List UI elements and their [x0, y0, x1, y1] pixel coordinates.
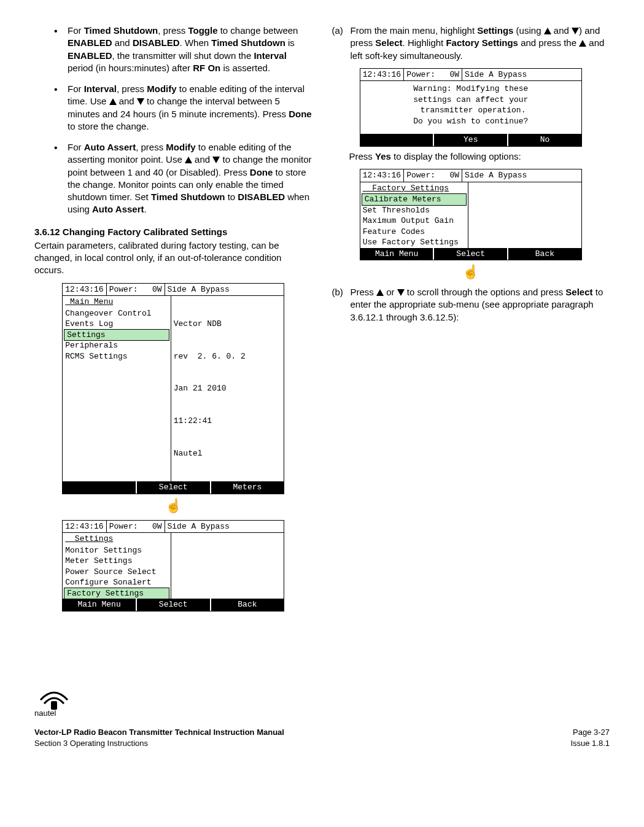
text: to display the following options: — [391, 151, 521, 161]
lcd-power: Power: 0W — [404, 169, 462, 182]
lcd-status: Side A Bypass — [462, 69, 581, 81]
text: to scroll through the options and press — [405, 287, 566, 297]
lcd-time: 12:43:16 — [63, 284, 106, 296]
bold: Yes — [375, 151, 391, 161]
softkey-right: Back — [211, 599, 284, 611]
section-label: Section 3 Operating Instructions — [34, 738, 284, 749]
warning-text: settings can affect your — [364, 95, 578, 106]
info-line: Nautel — [174, 448, 282, 459]
lcd-time: 12:43:16 — [360, 169, 404, 182]
lcd-menu-item: Changeover Control — [63, 308, 171, 319]
softkey-center: Select — [434, 248, 508, 260]
step-a: (a) From the main menu, highlight Settin… — [332, 25, 610, 62]
lcd-status: Side A Bypass — [462, 169, 581, 182]
arrow-down-icon — [572, 28, 579, 34]
bold: Timed Shutdown — [151, 192, 225, 202]
svg-text:nautel: nautel — [34, 709, 56, 717]
softkey-right: Back — [508, 248, 581, 260]
pointing-hand-icon: ☝ — [34, 497, 312, 515]
text: Press — [351, 287, 377, 297]
lcd-time: 12:43:16 — [63, 521, 106, 533]
arrow-down-icon — [212, 157, 220, 163]
text: or — [384, 287, 397, 297]
lcd-softkeys: Main Menu Select Back — [360, 248, 581, 260]
softkey-center: Select — [137, 599, 211, 611]
text: , the transmitter will shut down the — [112, 50, 254, 61]
lcd-menu-item: Feature Codes — [360, 227, 468, 238]
bold: Select — [565, 287, 592, 297]
bold: Auto Assert — [92, 204, 144, 214]
right-column: (a) From the main menu, highlight Settin… — [332, 25, 610, 615]
bold: Settings — [477, 25, 513, 36]
value: 0W — [435, 70, 459, 79]
bold: Interval — [84, 83, 117, 94]
bold: Done — [250, 167, 273, 177]
lcd-menu-item: Set Thresholds — [360, 205, 468, 216]
arrow-down-icon — [137, 98, 144, 105]
bold: DISABLED — [238, 192, 285, 202]
bold: RF On — [193, 63, 220, 73]
bold: ENABLED — [68, 37, 112, 48]
info-line: Vector NDB — [174, 319, 282, 330]
lcd-header: 12:43:16 Power: 0W Side A Bypass — [360, 169, 581, 182]
page-number: Page 3-27 — [570, 727, 610, 738]
lcd-menu-item-selected: Settings — [64, 329, 169, 341]
bold: Modify — [166, 142, 195, 152]
page-footer: nautel Vector-LP Radio Beacon Transmitte… — [34, 689, 610, 748]
bold: Timed Shutdown — [84, 25, 158, 36]
softkey-left: Main Menu — [63, 599, 137, 611]
lcd-power: Power: 0W — [404, 69, 462, 81]
footer-left: Vector-LP Radio Beacon Transmitter Techn… — [34, 727, 284, 748]
arrow-up-icon — [376, 289, 384, 296]
bold: Timed Shutdown — [211, 37, 285, 48]
lcd-menu-item: Use Factory Settings — [360, 237, 468, 248]
lcd-menu-item: Monitor Settings — [63, 545, 171, 556]
text: For — [68, 25, 84, 36]
bullet-interval: For Interval, press Modify to enable edi… — [54, 83, 312, 133]
arrow-up-icon — [544, 28, 551, 34]
value: 0W — [138, 522, 161, 531]
lcd-menu-item: RCMS Settings — [63, 351, 171, 362]
lcd-info-panel — [468, 182, 581, 248]
lcd-menu-item-selected: Factory Settings — [64, 588, 169, 600]
text: For — [68, 142, 84, 152]
text: is asserted. — [220, 63, 270, 73]
lcd-warning-body: Warning: Modifying these settings can af… — [360, 81, 581, 134]
text: to store the change. — [68, 121, 149, 131]
text: and — [551, 25, 572, 36]
lcd-status: Side A Bypass — [165, 284, 284, 296]
lcd-menu-item: Peripherals — [63, 340, 171, 351]
softkey-right: No — [508, 134, 581, 146]
text: Press — [349, 151, 376, 161]
lcd-factory-settings: 12:43:16 Power: 0W Side A Bypass Factory… — [360, 169, 582, 260]
step-marker: (b) — [332, 286, 347, 324]
manual-title: Vector-LP Radio Beacon Transmitter Techn… — [34, 727, 284, 738]
text: . — [144, 204, 147, 214]
lcd-settings-menu: 12:43:16 Power: 0W Side A Bypass Setting… — [62, 520, 284, 612]
step-b: (b) Press or to scroll through the optio… — [332, 286, 610, 324]
text: (using — [513, 25, 543, 36]
lcd-header: 12:43:16 Power: 0W Side A Bypass — [360, 69, 581, 82]
footer-right: Page 3-27 Issue 1.8.1 — [570, 727, 610, 748]
softkey-left — [360, 134, 435, 146]
bold: Done — [289, 109, 312, 119]
bold: Modify — [147, 83, 176, 94]
label: Power: — [406, 70, 435, 79]
lcd-info-panel: Vector NDB rev 2. 6. 0. 2 Jan 21 2010 11… — [171, 296, 284, 481]
text: period (in hours:minutes) after — [68, 63, 193, 73]
text: and — [192, 154, 212, 165]
lcd-header: 12:43:16 Power: 0W Side A Bypass — [63, 521, 284, 534]
text: to — [225, 192, 238, 202]
left-column: For Timed Shutdown, press Toggle to chan… — [34, 25, 312, 615]
lcd-softkeys: Yes No — [360, 134, 581, 146]
bold: Auto Assert — [84, 142, 136, 152]
text: , press — [158, 25, 188, 36]
arrow-down-icon — [397, 289, 405, 296]
bold: Select — [375, 37, 402, 48]
value: 0W — [435, 171, 459, 180]
lcd-menu-title: Factory Settings — [360, 182, 468, 195]
label: Power: — [109, 285, 138, 294]
lcd-softkeys: Select Meters — [63, 481, 284, 494]
lcd-header: 12:43:16 Power: 0W Side A Bypass — [63, 284, 284, 297]
text: . Highlight — [403, 37, 446, 48]
